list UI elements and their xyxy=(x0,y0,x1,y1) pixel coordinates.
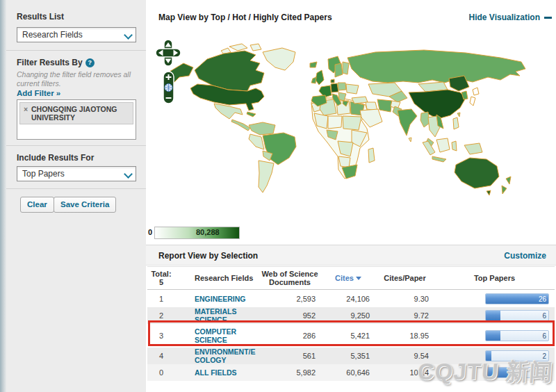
results-list-dropdown[interactable]: Research Fields xyxy=(17,27,136,42)
table-row-materials-science: 2 MATERIALS SCIENCE 952 9,250 9.72 6 xyxy=(147,307,555,324)
col-cites-per-paper: Cites/Paper xyxy=(375,274,434,282)
map-iran xyxy=(377,99,392,112)
table-header-row: Total: 5 Research Fields Web of Science … xyxy=(147,266,555,290)
map-zoom-control[interactable] xyxy=(163,72,174,104)
report-header-band: Report View by Selection Customize xyxy=(146,245,556,266)
map-panel-title: Map View by Top / Hot / Highly Cited Pap… xyxy=(158,13,332,22)
table-row-engineering: 1 ENGINEERING 2,593 24,106 9.30 26 xyxy=(147,290,555,307)
field-link[interactable]: COMPUTER SCIENCE xyxy=(175,327,259,344)
add-filter-link[interactable]: Add Filter » xyxy=(17,89,60,97)
filter-tag: × CHONGQING JIAOTONG UNIVERSITY xyxy=(19,102,133,124)
include-results-dropdown-value: Top Papers xyxy=(22,169,65,179)
map-uk xyxy=(316,70,324,85)
col-total: Total: 5 xyxy=(147,270,175,286)
map-china xyxy=(409,90,466,119)
table-row-environment-ecology: 4 ENVIRONMENT/ECOLOGY 561 5,351 9.54 2 xyxy=(147,348,555,364)
sidebar-divider xyxy=(6,145,146,146)
map-greenland xyxy=(263,48,295,70)
map-brazil xyxy=(263,133,296,165)
map-mexico xyxy=(214,104,243,119)
sort-desc-icon xyxy=(356,277,361,280)
field-link[interactable]: ALL FIELDS xyxy=(175,368,259,377)
top-papers-bar: 2 xyxy=(485,350,549,361)
table-row-all-fields: 0 ALL FIELDS 5,982 60,646 10.14 40 xyxy=(147,364,555,381)
report-table: Total: 5 Research Fields Web of Science … xyxy=(147,266,555,381)
save-criteria-button[interactable]: Save Criteria xyxy=(54,197,116,213)
map-argentina xyxy=(259,161,274,193)
col-research-fields: Research Fields xyxy=(175,274,259,282)
filter-list-box: × CHONGQING JIAOTONG UNIVERSITY xyxy=(17,99,136,140)
map-australia xyxy=(455,158,499,188)
include-results-heading: Include Results For xyxy=(17,153,94,163)
sidebar-divider xyxy=(6,50,146,51)
chevron-down-icon xyxy=(125,32,131,38)
chevron-down-icon xyxy=(125,171,131,177)
table-row-computer-science: 3 COMPUTER SCIENCE 286 5,421 18.95 6 xyxy=(147,324,555,348)
field-link[interactable]: MATERIALS SCIENCE xyxy=(175,307,259,324)
top-papers-bar: 40 xyxy=(485,367,549,378)
map-russia xyxy=(348,50,525,83)
main-panel: Map View by Top / Hot / Highly Cited Pap… xyxy=(146,0,556,392)
filter-tag-label: CHONGQING JIAOTONG UNIVERSITY xyxy=(31,105,117,122)
customize-link[interactable]: Customize xyxy=(504,251,546,261)
map-new-zealand xyxy=(502,186,507,194)
field-link[interactable]: ENVIRONMENT/ECOLOGY xyxy=(175,348,259,364)
left-edge-strip xyxy=(0,0,6,392)
clear-button[interactable]: Clear xyxy=(20,197,54,213)
filter-note: Changing the filter field removes all cu… xyxy=(17,70,135,88)
map-germany xyxy=(331,83,338,92)
map-pan-control[interactable] xyxy=(156,40,181,66)
include-results-dropdown[interactable]: Top Papers xyxy=(17,166,136,181)
results-list-heading: Results List xyxy=(17,12,64,22)
legend-min-label: 0 xyxy=(148,228,152,236)
col-wos-documents: Web of Science Documents xyxy=(259,270,321,286)
results-list-dropdown-value: Research Fields xyxy=(22,30,83,40)
top-papers-bar: 6 xyxy=(485,310,549,321)
field-link[interactable]: ENGINEERING xyxy=(175,295,259,303)
col-cites-sort[interactable]: Cites xyxy=(321,274,375,282)
legend-max-label: 80,288 xyxy=(196,228,220,236)
filter-results-heading: Filter Results By? xyxy=(17,58,95,67)
minus-icon xyxy=(544,17,552,19)
map-japan xyxy=(473,88,479,95)
report-panel-title: Report View by Selection xyxy=(158,251,258,261)
hide-visualization-link[interactable]: Hide Visualization xyxy=(469,13,552,22)
page: Results List Research Fields Filter Resu… xyxy=(0,0,556,392)
top-papers-bar: 6 xyxy=(485,330,549,341)
help-icon[interactable]: ? xyxy=(85,58,95,67)
sidebar: Results List Research Fields Filter Resu… xyxy=(0,0,146,392)
col-top-papers: Top Papers xyxy=(434,274,555,282)
map-india xyxy=(398,109,417,136)
top-papers-bar: 26 xyxy=(485,293,549,304)
sidebar-divider xyxy=(6,188,146,189)
world-map[interactable] xyxy=(146,31,556,227)
remove-filter-icon[interactable]: × xyxy=(24,105,28,113)
